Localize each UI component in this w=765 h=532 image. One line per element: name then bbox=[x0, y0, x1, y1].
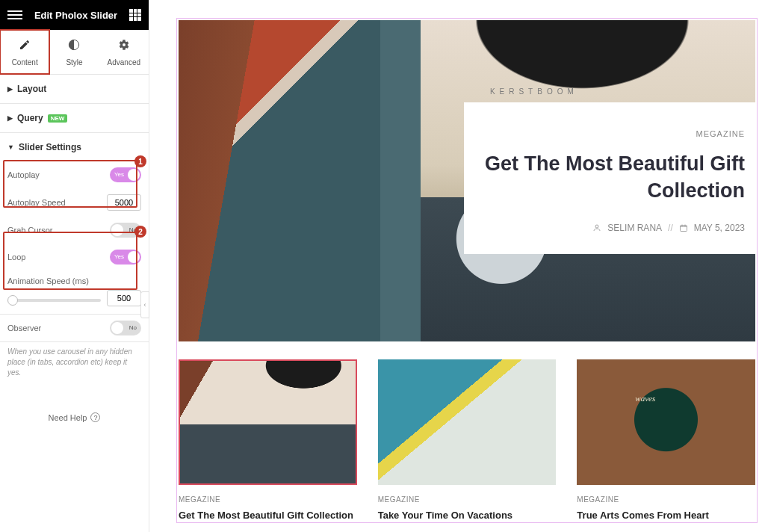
hero-slide: MEGAZINE Get The Most Beautiful Gift Col… bbox=[179, 20, 755, 341]
thumbnail-item[interactable]: MEGAZINE Get The Most Beautiful Gift Col… bbox=[179, 359, 357, 521]
control-loop: Loop Yes bbox=[0, 244, 149, 270]
tab-content-label: Content bbox=[12, 58, 38, 66]
autoplay-speed-input[interactable] bbox=[107, 194, 141, 211]
panel-slider-settings-head[interactable]: ▼ Slider Settings bbox=[0, 133, 149, 161]
thumbnail-category: MEGAZINE bbox=[378, 495, 557, 504]
hero-title[interactable]: Get The Most Beautiful Gift Collection bbox=[482, 150, 745, 205]
collapse-sidebar-button[interactable]: ‹ bbox=[140, 291, 149, 318]
tab-advanced[interactable]: Advanced bbox=[99, 30, 149, 74]
hero-content-card: MEGAZINE Get The Most Beautiful Gift Col… bbox=[464, 102, 755, 254]
panel-slider-settings-label: Slider Settings bbox=[19, 142, 81, 152]
thumbnail-image bbox=[179, 359, 357, 485]
control-observer: Observer No bbox=[0, 315, 149, 342]
thumbnail-title: True Arts Comes From Heart bbox=[577, 510, 755, 521]
caret-right-icon: ▶ bbox=[7, 114, 13, 122]
observer-help-text: When you use carousel in any hidden plac… bbox=[0, 342, 149, 383]
panel-layout-label: Layout bbox=[17, 84, 46, 94]
annotation-badge-2: 2 bbox=[134, 226, 146, 238]
need-help-label: Need Help bbox=[49, 413, 87, 422]
question-icon: ? bbox=[90, 412, 100, 422]
sidebar-header: Edit Pholox Slider bbox=[0, 0, 149, 30]
thumbnail-title: Get The Most Beautiful Gift Collection bbox=[179, 510, 357, 521]
autoplay-label: Autoplay bbox=[7, 170, 110, 179]
panel-layout-head[interactable]: ▶ Layout bbox=[0, 75, 149, 103]
svg-rect-2 bbox=[680, 225, 687, 231]
tab-style-label: Style bbox=[66, 58, 82, 66]
tab-advanced-label: Advanced bbox=[108, 58, 140, 66]
meta-separator: // bbox=[668, 223, 673, 233]
control-autoplay: Autoplay Yes bbox=[0, 161, 149, 188]
hero-category[interactable]: MEGAZINE bbox=[482, 129, 745, 138]
thumbnail-item[interactable]: MEGAZINE True Arts Comes From Heart bbox=[577, 359, 755, 521]
widget-title: Edit Pholox Slider bbox=[22, 10, 129, 21]
animation-speed-label: Animation Speed (ms) bbox=[7, 276, 141, 285]
need-help-link[interactable]: Need Help ? bbox=[0, 383, 149, 452]
control-autoplay-speed: Autoplay Speed bbox=[0, 188, 149, 217]
thumbnail-title: Take Your Time On Vacations bbox=[378, 510, 557, 521]
panel-query: ▶ Query NEW bbox=[0, 104, 149, 133]
animation-speed-slider-row bbox=[0, 287, 149, 314]
tab-content[interactable]: Content bbox=[0, 30, 49, 74]
thumbnail-image bbox=[378, 359, 557, 485]
thumbnail-category: MEGAZINE bbox=[179, 495, 357, 504]
caret-down-icon: ▼ bbox=[7, 143, 14, 151]
panel-slider-settings: ▼ Slider Settings Autoplay Yes Autoplay … bbox=[0, 133, 149, 315]
panel-query-head[interactable]: ▶ Query NEW bbox=[0, 104, 149, 132]
annotation-badge-1: 1 bbox=[134, 155, 146, 167]
apps-icon[interactable] bbox=[129, 9, 141, 21]
observer-label: Observer bbox=[7, 324, 110, 332]
thumbnail-row: MEGAZINE Get The Most Beautiful Gift Col… bbox=[179, 359, 755, 521]
calendar-icon bbox=[679, 223, 688, 232]
observer-toggle[interactable]: No bbox=[110, 321, 141, 335]
menu-icon[interactable] bbox=[7, 10, 22, 19]
hero-meta: SELIM RANA // MAY 5, 2023 bbox=[482, 223, 745, 233]
tab-style[interactable]: Style bbox=[49, 30, 99, 74]
loop-label: Loop bbox=[7, 253, 110, 262]
autoplay-speed-label: Autoplay Speed bbox=[7, 198, 107, 207]
animation-speed-slider[interactable] bbox=[7, 299, 101, 302]
control-animation-speed: Animation Speed (ms) bbox=[0, 270, 149, 287]
animation-speed-input[interactable] bbox=[107, 290, 141, 306]
half-circle-icon bbox=[68, 39, 80, 51]
editor-tabs: Content Style Advanced bbox=[0, 30, 149, 75]
editor-sidebar: Edit Pholox Slider Content Style Advance… bbox=[0, 0, 149, 532]
control-grab-cursor: Grab Cursor No bbox=[0, 217, 149, 244]
slider-thumb[interactable] bbox=[7, 295, 18, 306]
gear-icon bbox=[118, 39, 130, 51]
author-icon bbox=[592, 223, 601, 232]
grab-cursor-label: Grab Cursor bbox=[7, 226, 110, 235]
panel-query-label: Query bbox=[17, 113, 43, 123]
pencil-icon bbox=[19, 39, 31, 51]
preview-canvas: MEGAZINE Get The Most Beautiful Gift Col… bbox=[149, 0, 765, 532]
autoplay-toggle[interactable]: Yes bbox=[110, 167, 141, 182]
panel-layout: ▶ Layout bbox=[0, 75, 149, 104]
caret-right-icon: ▶ bbox=[7, 85, 13, 93]
thumbnail-item[interactable]: MEGAZINE Take Your Time On Vacations bbox=[378, 359, 557, 521]
thumbnail-image bbox=[577, 359, 755, 485]
loop-toggle[interactable]: Yes bbox=[110, 250, 141, 265]
widget-frame[interactable]: MEGAZINE Get The Most Beautiful Gift Col… bbox=[176, 18, 758, 523]
thumbnail-category: MEGAZINE bbox=[577, 495, 755, 504]
hero-date[interactable]: MAY 5, 2023 bbox=[694, 223, 745, 233]
svg-point-1 bbox=[595, 225, 598, 228]
new-badge: NEW bbox=[48, 114, 68, 123]
hero-author[interactable]: SELIM RANA bbox=[607, 223, 662, 233]
